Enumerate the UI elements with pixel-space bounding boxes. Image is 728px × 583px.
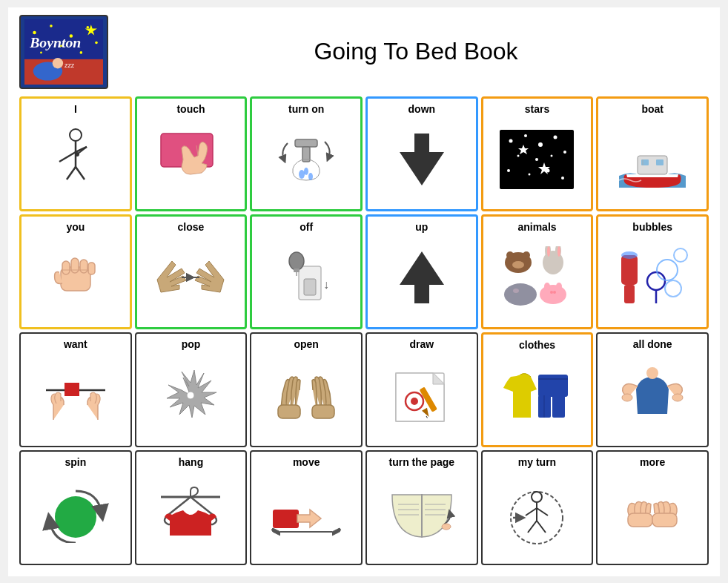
page-title: Going To Bed Book xyxy=(123,38,709,65)
svg-point-82 xyxy=(556,283,562,290)
svg-point-5 xyxy=(95,41,98,44)
svg-rect-132 xyxy=(628,513,652,527)
icon-turn-page xyxy=(370,468,474,559)
svg-point-111 xyxy=(622,394,632,401)
cell-stars[interactable]: stars xyxy=(481,96,594,211)
cell-hang[interactable]: hang xyxy=(135,450,248,565)
page: Boynton zzz Going To Bed Book I xyxy=(8,7,720,576)
cell-down[interactable]: down xyxy=(365,96,478,211)
svg-point-43 xyxy=(561,177,564,179)
cell-label-off: off xyxy=(300,221,313,233)
icon-all-done xyxy=(600,350,704,441)
svg-rect-48 xyxy=(656,159,664,165)
svg-point-15 xyxy=(70,129,82,141)
cell-spin[interactable]: spin xyxy=(19,450,132,565)
cell-label-turn-on: turn on xyxy=(288,103,324,115)
icon-want xyxy=(24,350,128,441)
cell-touch[interactable]: touch xyxy=(135,96,248,211)
cell-label-up: up xyxy=(415,221,428,233)
cell-close[interactable]: close xyxy=(135,214,248,329)
svg-point-76 xyxy=(513,289,519,293)
icon-animals xyxy=(486,233,589,323)
svg-rect-61 xyxy=(294,269,300,272)
cell-more[interactable]: more xyxy=(596,450,709,565)
cell-label-touch: touch xyxy=(176,103,205,115)
cell-turn-on[interactable]: turn on xyxy=(250,96,363,211)
icon-bubbles xyxy=(601,233,704,323)
cell-move[interactable]: move xyxy=(250,450,363,565)
svg-rect-52 xyxy=(71,258,79,273)
svg-marker-64 xyxy=(400,251,444,303)
svg-rect-95 xyxy=(64,383,79,396)
svg-point-113 xyxy=(55,496,96,538)
svg-rect-105 xyxy=(538,375,568,397)
logo: Boynton zzz xyxy=(19,15,108,89)
cell-open[interactable]: open xyxy=(250,332,363,447)
svg-point-40 xyxy=(507,169,510,172)
svg-point-86 xyxy=(647,272,665,290)
cell-label-hang: hang xyxy=(179,456,203,468)
cell-label-boat: boat xyxy=(641,103,664,115)
svg-line-128 xyxy=(526,508,537,516)
icon-boat xyxy=(601,115,704,205)
svg-point-85 xyxy=(621,251,638,259)
svg-point-124 xyxy=(442,524,451,530)
svg-point-80 xyxy=(553,291,556,294)
cell-want[interactable]: want xyxy=(19,332,132,447)
svg-point-89 xyxy=(666,266,671,271)
cell-label-turn-page: turn the page xyxy=(388,456,454,468)
cell-bubbles[interactable]: bubbles xyxy=(596,214,709,329)
icon-hang xyxy=(139,468,243,559)
svg-rect-107 xyxy=(552,395,565,418)
svg-text:Boynton: Boynton xyxy=(29,33,81,50)
cell-pop[interactable]: pop xyxy=(135,332,248,447)
svg-point-34 xyxy=(538,142,543,147)
svg-rect-54 xyxy=(88,263,95,274)
svg-point-90 xyxy=(674,248,687,262)
svg-point-78 xyxy=(549,286,557,295)
icon-clothes xyxy=(486,351,589,441)
icon-spin xyxy=(24,468,128,559)
cell-animals[interactable]: animals xyxy=(481,214,594,329)
svg-line-17 xyxy=(59,152,76,162)
svg-point-60 xyxy=(289,252,304,270)
svg-rect-84 xyxy=(624,285,635,303)
cell-label-bubbles: bubbles xyxy=(632,221,672,233)
cell-you[interactable]: you xyxy=(19,214,132,329)
svg-point-35 xyxy=(554,136,557,139)
cell-i[interactable]: I xyxy=(19,96,132,211)
svg-line-21 xyxy=(67,167,76,179)
cell-label-move: move xyxy=(293,456,320,468)
svg-rect-97 xyxy=(278,405,300,418)
cell-label-close: close xyxy=(178,221,205,233)
cell-label-down: down xyxy=(408,103,436,115)
svg-rect-83 xyxy=(621,255,638,285)
cell-boat[interactable]: boat xyxy=(596,96,709,211)
cell-all-done[interactable]: all done xyxy=(596,332,709,447)
svg-point-6 xyxy=(40,51,42,53)
cell-up[interactable]: up xyxy=(365,214,478,329)
cell-label-draw: draw xyxy=(409,338,434,350)
svg-point-2 xyxy=(50,24,53,27)
symbol-grid: I touch xyxy=(19,96,709,565)
svg-rect-59 xyxy=(304,279,316,295)
svg-point-96 xyxy=(187,392,194,399)
cell-my-turn[interactable]: my turn xyxy=(481,450,594,565)
cell-clothes[interactable]: clothes xyxy=(481,332,594,447)
svg-line-129 xyxy=(537,508,548,516)
cell-draw[interactable]: draw xyxy=(365,332,478,447)
cell-label-open: open xyxy=(294,338,318,350)
svg-point-27 xyxy=(299,170,305,179)
svg-point-4 xyxy=(87,25,90,28)
svg-text:zzz: zzz xyxy=(64,61,75,68)
svg-point-74 xyxy=(504,283,537,306)
svg-text:↓: ↓ xyxy=(323,278,329,291)
svg-point-126 xyxy=(532,492,542,502)
icon-open xyxy=(254,350,358,441)
icon-move xyxy=(254,468,358,559)
svg-point-92 xyxy=(665,280,681,297)
cell-label-pop: pop xyxy=(182,338,201,350)
svg-rect-133 xyxy=(652,513,677,527)
cell-off[interactable]: off ↓ xyxy=(250,214,363,329)
cell-turn-page[interactable]: turn the page xyxy=(365,450,478,565)
